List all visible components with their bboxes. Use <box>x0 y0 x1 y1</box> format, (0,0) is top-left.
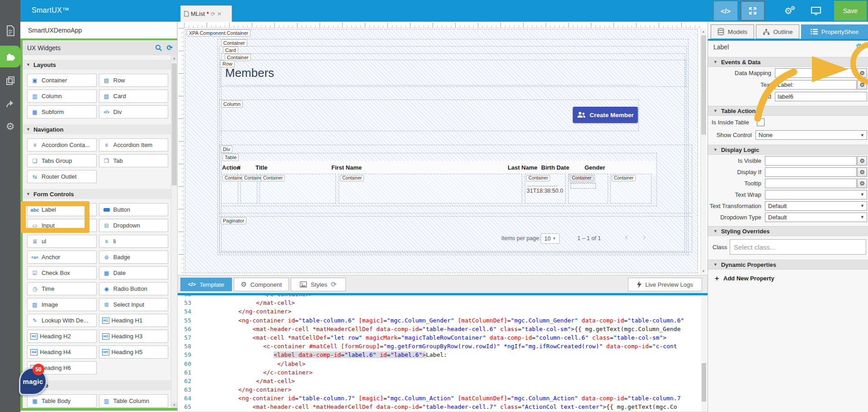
widget-item[interactable]: Container <box>27 74 97 87</box>
cell-container-chip[interactable]: Container <box>340 175 364 181</box>
widget-item[interactable]: Anchor <box>27 251 97 264</box>
paginator-chip[interactable]: Paginator <box>221 217 246 224</box>
scroll-up-icon[interactable]: ▲ <box>701 28 706 34</box>
tab-outline[interactable]: Outline <box>756 24 799 39</box>
text-wrap-dropdown[interactable]: ▼ <box>765 190 867 199</box>
table-header-cell[interactable]: Gender <box>585 164 605 171</box>
widget-item[interactable]: Dropdown <box>99 219 169 232</box>
row-box[interactable] <box>220 60 686 87</box>
cell-container-chip[interactable]: Container <box>526 175 550 181</box>
table-cell-action[interactable]: Container <box>610 174 651 204</box>
widget-item[interactable]: Row <box>99 74 169 87</box>
widget-item[interactable]: Radio Button <box>99 282 169 295</box>
widget-item[interactable]: Card <box>99 90 169 103</box>
table-cell[interactable]: Container <box>221 174 238 204</box>
widget-item[interactable]: Time <box>27 282 97 295</box>
tab-styles[interactable]: Styles ⟳ <box>291 278 346 291</box>
section-dynamic-properties[interactable]: ▼ Dynamic Properties <box>708 260 868 270</box>
share-icon[interactable] <box>0 95 20 113</box>
tab-refresh-icon[interactable]: ⟳ <box>211 11 215 17</box>
data-mapping-input[interactable] <box>775 68 857 78</box>
widget-item[interactable]: Heading H1 <box>99 314 169 327</box>
tab-close-icon[interactable]: ✕ <box>217 11 222 17</box>
refresh-icon[interactable]: ⟳ <box>331 280 337 289</box>
create-member-button[interactable]: Create Member <box>573 107 638 123</box>
widget-section-header[interactable]: ▼ Layouts <box>23 60 171 70</box>
table-header-cell[interactable]: First Name <box>331 164 362 171</box>
display-if-gear-icon[interactable]: ⚙ <box>857 167 867 177</box>
widget-item[interactable]: Label <box>27 203 97 216</box>
widget-item[interactable]: Heading H4 <box>27 346 97 359</box>
selected-label-element[interactable] <box>571 183 596 189</box>
scroll-down-icon[interactable]: ▼ <box>171 402 177 408</box>
widget-item[interactable]: Image <box>27 298 97 311</box>
widget-item[interactable]: ul <box>27 235 97 248</box>
is-visible-input[interactable] <box>765 156 857 166</box>
card-chip[interactable]: Card <box>223 47 238 54</box>
tooltip-input[interactable] <box>765 179 857 188</box>
code-view-button[interactable]: </> <box>713 1 738 21</box>
scrollbar-thumb[interactable] <box>702 363 706 402</box>
table-header-cell[interactable]: Action <box>222 164 240 171</box>
cell-container-chip[interactable]: Container <box>612 175 636 181</box>
widget-item[interactable]: Div <box>99 105 169 118</box>
scrollbar-thumb[interactable] <box>701 35 706 135</box>
widget-item[interactable]: Select Input <box>99 298 169 311</box>
widget-list-scrollbar[interactable]: ▲ ▼ <box>171 55 177 408</box>
section-events-data[interactable]: ▼ Events & Data <box>708 57 868 67</box>
table-header-cell[interactable]: Last Name <box>508 164 538 171</box>
page-next-icon[interactable]: › <box>639 232 650 242</box>
section-display-logic[interactable]: ▼ Display Logic <box>708 145 868 155</box>
widget-item[interactable]: Table Body <box>27 394 97 407</box>
widget-item[interactable]: Accordion Conta... <box>27 138 97 152</box>
data-mapping-gear-icon[interactable]: ⚙ <box>857 68 867 78</box>
save-button[interactable]: Save <box>834 1 867 21</box>
xpa-container-chip[interactable]: XPA Component Container <box>187 29 250 37</box>
widget-item[interactable]: Table Column <box>99 394 169 407</box>
expand-layout-button[interactable] <box>741 1 765 21</box>
widget-item[interactable]: Tab <box>99 154 169 167</box>
container-chip[interactable]: Container <box>221 39 247 47</box>
is-visible-gear-icon[interactable]: ⚙ <box>857 156 867 166</box>
widget-item[interactable]: Router Outlet <box>27 170 97 183</box>
widget-item[interactable]: Check Box <box>27 266 97 279</box>
widget-item[interactable]: Date <box>99 266 169 279</box>
canvas-scrollbar[interactable]: ▲ ▼ <box>700 28 706 274</box>
table-cell[interactable]: Container <box>241 174 257 204</box>
tab-models[interactable]: Models <box>711 24 754 39</box>
widget-item[interactable]: Button <box>99 203 169 216</box>
widget-item[interactable]: Input <box>27 219 97 232</box>
document-tab-mlist[interactable]: MList * ⟳ ✕ <box>180 5 232 22</box>
table-cell-gender[interactable]: Container <box>568 174 608 204</box>
code-area[interactable]: 52 </c-container> 53 </mat-cell> 54 </ng… <box>178 295 708 412</box>
items-per-page-select[interactable]: 10 ▼ <box>541 233 560 244</box>
section-table-action[interactable]: ▼ Table Action <box>708 106 868 116</box>
section-styling-overrides[interactable]: ▼ Styling Overrides <box>708 226 868 236</box>
page-prev-icon[interactable]: ‹ <box>621 232 632 242</box>
delete-trash-icon[interactable] <box>856 43 863 51</box>
row-chip[interactable]: Row <box>220 60 235 67</box>
tab-propertysheet[interactable]: PropertyShee <box>801 24 868 39</box>
refresh-icon[interactable]: ⟳ <box>167 43 173 52</box>
gears-settings-icon[interactable]: ⚙⚙ <box>779 0 800 22</box>
settings-gear-icon[interactable]: ⚙ <box>0 118 20 136</box>
table-header-cell[interactable]: Title <box>255 164 268 171</box>
widget-section-header[interactable]: ▼ Form Controls <box>23 189 171 199</box>
show-control-dropdown[interactable]: None ▼ <box>755 130 867 140</box>
column-chip[interactable]: Column <box>221 100 243 108</box>
scroll-up-icon[interactable]: ▲ <box>171 55 177 61</box>
table-cell[interactable]: Container <box>339 174 522 204</box>
code-scrollbar[interactable] <box>701 295 707 411</box>
table-cell-birth-date[interactable]: Container 31T18:38:50.0 <box>525 174 566 204</box>
scroll-down-icon[interactable]: ▼ <box>701 268 706 274</box>
widget-item[interactable]: Subform <box>27 105 97 118</box>
tab-template[interactable]: </> Template <box>180 278 232 291</box>
tab-component[interactable]: ⚙ Component <box>234 278 289 291</box>
widget-section-header[interactable]: ▼ Navigation <box>23 124 171 134</box>
copy-pages-icon[interactable] <box>0 71 20 90</box>
widget-item[interactable]: Lookup With De... <box>27 314 97 327</box>
widget-item[interactable]: Heading H2 <box>27 330 97 343</box>
widget-item[interactable]: Heading H5 <box>99 346 169 359</box>
add-new-property-button[interactable]: ＋ Add New Property <box>713 274 868 283</box>
documents-icon[interactable] <box>0 22 20 40</box>
